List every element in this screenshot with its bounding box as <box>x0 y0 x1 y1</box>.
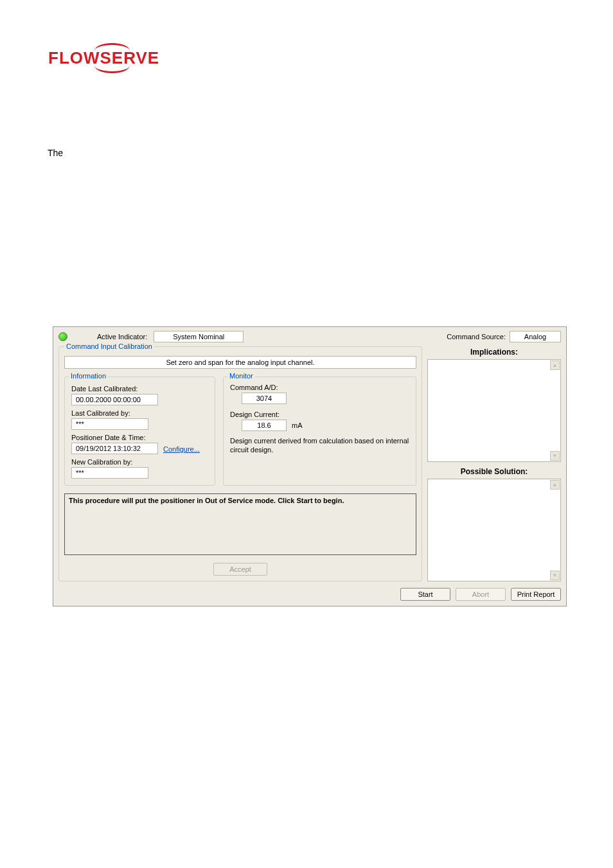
right-panel: Implications: ▲ ▼ Possible Solution: ▲ ▼ <box>427 346 561 581</box>
active-indicator-label: Active Indicator: <box>97 333 147 341</box>
command-ad-label: Command A/D: <box>230 384 409 391</box>
bottom-button-row: Start Abort Print Report <box>58 588 561 601</box>
calibration-dialog: Active Indicator: System Nominal Command… <box>53 326 567 607</box>
new-calibration-by-input[interactable] <box>71 467 148 479</box>
scroll-up-icon[interactable]: ▲ <box>550 480 560 490</box>
print-report-button[interactable]: Print Report <box>511 588 561 601</box>
logo-text: FLOWSERVE <box>48 48 159 67</box>
monitor-legend: Monitor <box>227 372 255 380</box>
design-current-unit: mA <box>292 421 303 429</box>
implications-heading: Implications: <box>427 348 561 357</box>
logo-arc-bottom-icon <box>94 66 130 73</box>
date-last-calibrated-value: 00.00.2000 00:00:00 <box>71 394 158 405</box>
procedure-message: This procedure will put the positioner i… <box>64 493 416 555</box>
status-bar: Active Indicator: System Nominal Command… <box>58 331 561 342</box>
configure-link[interactable]: Configure... <box>163 445 200 453</box>
active-indicator-value: System Nominal <box>154 331 244 342</box>
monitor-fieldset: Monitor Command A/D: 3074 Design Current… <box>223 376 416 486</box>
information-fieldset: Information Date Last Calibrated: 00.00.… <box>64 376 215 486</box>
intro-text: The <box>48 148 63 158</box>
main-content: Command Input Calibration Set zero and s… <box>58 346 561 581</box>
abort-button: Abort <box>456 588 506 601</box>
scroll-up-icon[interactable]: ▲ <box>550 360 560 370</box>
command-source-value: Analog <box>510 331 561 342</box>
last-calibrated-by-value: *** <box>71 418 148 430</box>
scroll-down-icon[interactable]: ▼ <box>550 451 560 461</box>
positioner-datetime-value: 09/19/2012 13:10:32 <box>71 443 158 454</box>
design-current-value: 18.6 <box>242 420 287 431</box>
implications-textbox[interactable]: ▲ ▼ <box>427 359 561 462</box>
last-calibrated-by-label: Last Calibrated by: <box>71 409 208 417</box>
start-button[interactable]: Start <box>400 588 450 601</box>
command-input-calibration-panel: Command Input Calibration Set zero and s… <box>58 346 422 581</box>
new-calibration-by-label: New Calibration by: <box>71 458 208 466</box>
panel-title: Command Input Calibration <box>64 342 154 350</box>
information-legend: Information <box>69 372 108 380</box>
instruction-text: Set zero and span for the analog input c… <box>64 356 416 369</box>
design-current-label: Design Current: <box>230 411 409 418</box>
scroll-down-icon[interactable]: ▼ <box>550 571 560 580</box>
flowserve-logo: FLOWSERVE <box>48 48 159 68</box>
monitor-note: Design current derived from calculation … <box>230 436 409 455</box>
date-last-calibrated-label: Date Last Calibrated: <box>71 385 208 393</box>
status-indicator-icon <box>58 332 67 341</box>
positioner-datetime-label: Positioner Date & Time: <box>71 434 208 441</box>
command-source-label: Command Source: <box>447 333 506 341</box>
accept-button: Accept <box>213 563 267 576</box>
info-row: Information Date Last Calibrated: 00.00.… <box>64 374 416 486</box>
solution-textbox[interactable]: ▲ ▼ <box>427 479 561 581</box>
command-ad-value: 3074 <box>242 393 287 404</box>
solution-heading: Possible Solution: <box>427 467 561 476</box>
